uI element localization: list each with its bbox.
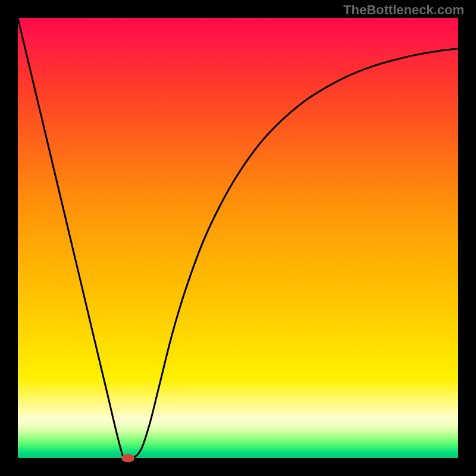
- watermark-text: TheBottleneck.com: [343, 2, 464, 18]
- chart-container: TheBottleneck.com: [0, 0, 476, 476]
- min-marker: [121, 454, 134, 462]
- curve-svg: [18, 18, 458, 458]
- bottleneck-curve: [18, 18, 458, 458]
